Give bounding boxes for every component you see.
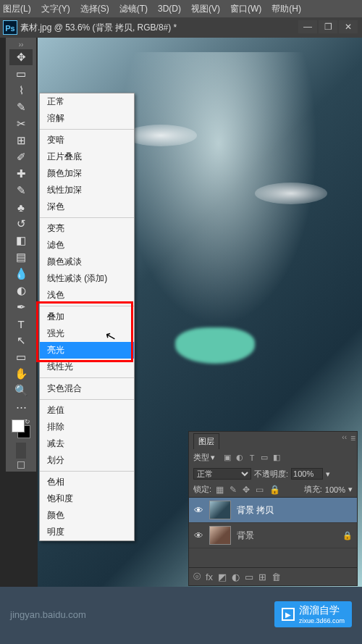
layer-mask-icon[interactable]: ◩ [218, 572, 227, 582]
frame-tool[interactable]: ⊞ [9, 133, 33, 149]
layer-row[interactable]: 👁 背景 拷贝 [189, 498, 357, 523]
blend-hardmix[interactable]: 实色混合 [40, 380, 134, 397]
blend-mode-dropdown[interactable]: 正常 溶解 变暗 正片叠底 颜色加深 线性加深 深色 变亮 滤色 颜色减淡 线性… [39, 93, 135, 541]
eraser-tool[interactable]: ◧ [9, 233, 33, 248]
hand-tool[interactable]: ✋ [9, 366, 33, 382]
group-icon[interactable]: ▭ [245, 572, 253, 582]
menu-filter[interactable]: 滤镜(T) [119, 3, 148, 15]
blend-dissolve[interactable]: 溶解 [40, 110, 134, 127]
chevron-down-icon[interactable]: ▾ [211, 453, 215, 462]
lock-image-icon[interactable]: ✎ [230, 485, 237, 495]
filter-pixel-icon[interactable]: ▣ [222, 453, 232, 463]
menu-layer[interactable]: 图层(L) [3, 3, 31, 15]
quick-select-tool[interactable]: ✎ [9, 99, 33, 115]
visibility-icon[interactable]: 👁 [193, 505, 203, 516]
eyedropper-tool[interactable]: ✐ [9, 149, 33, 165]
layer-fx-icon[interactable]: fx [206, 572, 213, 582]
adjustment-layer-icon[interactable]: ◐ [232, 572, 240, 582]
filter-shape-icon[interactable]: ▭ [259, 453, 269, 463]
blend-mode-select[interactable]: 正常 [193, 468, 251, 480]
menu-select[interactable]: 选择(S) [80, 3, 109, 15]
screenmode-icon[interactable] [17, 461, 25, 469]
fill-value[interactable]: 100% [325, 485, 345, 494]
blend-lightercolor[interactable]: 浅色 [40, 287, 134, 304]
color-swatches[interactable]: ↻ [10, 418, 32, 440]
history-brush-tool[interactable]: ↺ [9, 216, 33, 232]
link-layers-icon[interactable]: ⦾ [193, 571, 201, 582]
crop-tool[interactable]: ✂ [9, 116, 33, 132]
filter-adjust-icon[interactable]: ◐ [235, 453, 245, 463]
zoom-tool[interactable]: 🔍 [9, 382, 33, 398]
pen-tool[interactable]: ✒ [9, 299, 33, 315]
swap-colors-icon[interactable]: ↻ [25, 418, 32, 425]
blend-saturation[interactable]: 饱和度 [40, 490, 134, 507]
filter-type-icon[interactable]: T [247, 453, 257, 463]
blend-lighten[interactable]: 变亮 [40, 220, 134, 237]
layers-tab[interactable]: 图层 [193, 433, 219, 449]
dodge-tool[interactable]: ◐ [9, 283, 33, 298]
gradient-tool[interactable]: ▤ [9, 249, 33, 265]
delete-layer-icon[interactable]: 🗑 [272, 572, 281, 582]
type-tool[interactable]: T [9, 316, 33, 332]
panel-collapse-icon[interactable]: ‹‹ [342, 433, 347, 441]
panel-menu-icon[interactable]: ≡ [350, 433, 355, 443]
blend-exclusion[interactable]: 排除 [40, 419, 134, 435]
blend-multiply[interactable]: 正片叠底 [40, 149, 134, 165]
blend-linearburn[interactable]: 线性加深 [40, 182, 134, 198]
edit-toolbar[interactable]: ⋯ [9, 399, 33, 415]
blur-tool[interactable]: 💧 [9, 266, 33, 282]
lock-artboard-icon[interactable]: ▭ [256, 485, 264, 495]
filter-smart-icon[interactable]: ◧ [272, 453, 282, 463]
layer-row[interactable]: 👁 背景 🔒 [189, 523, 357, 548]
lock-all-icon[interactable]: 🔒 [269, 485, 280, 495]
blend-screen[interactable]: 滤色 [40, 237, 134, 254]
visibility-icon[interactable]: 👁 [193, 530, 203, 541]
marquee-tool[interactable]: ▭ [9, 66, 33, 82]
window-minimize-button[interactable]: — [298, 20, 317, 33]
menu-help[interactable]: 帮助(H) [272, 3, 301, 15]
blend-subtract[interactable]: 减去 [40, 435, 134, 452]
move-tool[interactable]: ✥ [9, 49, 33, 65]
layer-thumbnail[interactable] [209, 501, 231, 519]
window-close-button[interactable]: ✕ [339, 20, 358, 33]
blend-overlay[interactable]: 叠加 [40, 309, 134, 325]
blend-colordodge[interactable]: 颜色减淡 [40, 254, 134, 270]
layer-thumbnail[interactable] [209, 526, 231, 545]
blend-divide[interactable]: 划分 [40, 452, 134, 469]
stamp-tool[interactable]: ♣ [9, 199, 33, 215]
blend-darkercolor[interactable]: 深色 [40, 198, 134, 215]
menu-3d[interactable]: 3D(D) [158, 4, 181, 14]
blend-luminosity[interactable]: 明度 [40, 524, 134, 540]
blend-colorburn[interactable]: 颜色加深 [40, 165, 134, 182]
shape-tool[interactable]: ▭ [9, 349, 33, 365]
blend-normal[interactable]: 正常 [40, 93, 134, 110]
path-select-tool[interactable]: ↖ [9, 333, 33, 348]
blend-hue[interactable]: 色相 [40, 474, 134, 490]
lock-transparent-icon[interactable]: ▦ [216, 485, 224, 495]
new-layer-icon[interactable]: ⊞ [258, 572, 266, 582]
blend-hardlight[interactable]: 强光 [40, 325, 134, 342]
layer-name[interactable]: 背景 拷贝 [237, 504, 274, 517]
menu-type[interactable]: 文字(Y) [41, 3, 70, 15]
blend-darken[interactable]: 变暗 [40, 132, 134, 149]
quickmask-standard-icon[interactable] [16, 443, 26, 459]
layer-name[interactable]: 背景 [237, 530, 254, 542]
blend-color[interactable]: 颜色 [40, 507, 134, 524]
chevron-down-icon[interactable]: ▾ [326, 469, 330, 479]
blend-lineardodge[interactable]: 线性减淡 (添加) [40, 270, 134, 287]
document-tab-title[interactable]: 素材.jpg @ 53.6% (背景 拷贝, RGB/8#) * [20, 22, 177, 34]
blend-linearlight[interactable]: 线性光 [40, 359, 134, 375]
patch-tool[interactable]: ✚ [9, 166, 33, 182]
chevron-down-icon[interactable]: ▾ [348, 485, 353, 494]
blend-vividlight[interactable]: 亮光 [40, 342, 134, 359]
opacity-value[interactable]: 100% [291, 468, 323, 480]
toolbox-collapse-icon[interactable]: ›› [6, 41, 36, 49]
lock-position-icon[interactable]: ✥ [243, 485, 250, 495]
menu-view[interactable]: 视图(V) [191, 3, 220, 15]
foreground-color[interactable] [12, 419, 25, 432]
blend-difference[interactable]: 差值 [40, 402, 134, 419]
menu-window[interactable]: 窗口(W) [230, 3, 261, 15]
lasso-tool[interactable]: ⌇ [9, 83, 33, 99]
brush-tool[interactable]: ✎ [9, 183, 33, 198]
window-maximize-button[interactable]: ❐ [319, 20, 337, 33]
